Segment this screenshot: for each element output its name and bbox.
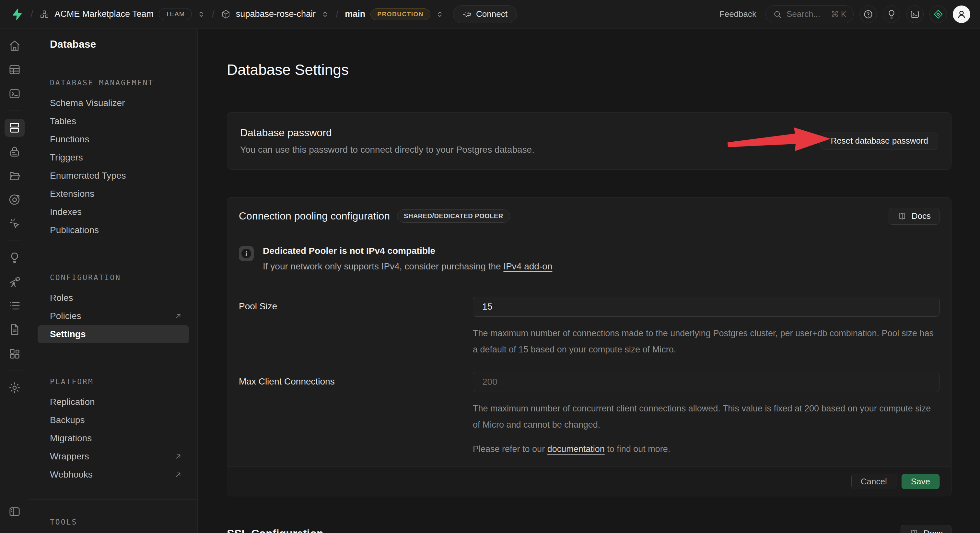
user-icon: [956, 9, 967, 20]
sidebar-item-policies[interactable]: Policies: [38, 307, 189, 325]
breadcrumb-org[interactable]: ACME Marketplace Team TEAM: [40, 8, 205, 20]
project-icon: [221, 10, 231, 19]
sidebar-item-settings[interactable]: Settings: [38, 325, 189, 343]
rail-item-logs[interactable]: [5, 297, 25, 315]
org-selector-icon[interactable]: [197, 10, 205, 19]
rail-item-storage[interactable]: [5, 167, 25, 185]
project-selector-icon[interactable]: [321, 10, 329, 19]
search-shortcut: ⌘ K: [831, 10, 846, 19]
sidebar-section-configuration: CONFIGURATIONRolesPoliciesSettings: [29, 255, 197, 359]
cancel-button[interactable]: Cancel: [851, 474, 896, 489]
documentation-note: Please refer to our documentation to fin…: [473, 442, 940, 466]
connect-button[interactable]: Connect: [453, 5, 517, 23]
api-docs-icon: [8, 323, 21, 336]
password-card-description: You can use this password to connect dir…: [240, 145, 535, 155]
sidebar-item-tables[interactable]: Tables: [38, 112, 189, 130]
supabase-logo-icon[interactable]: [10, 8, 24, 21]
rail-item-api-docs[interactable]: [5, 321, 25, 339]
sidebar-item-label: Functions: [50, 134, 89, 145]
rail-item-realtime[interactable]: [5, 215, 25, 233]
breadcrumb-branch[interactable]: main PRODUCTION: [345, 8, 444, 20]
rail-divider: [8, 110, 22, 111]
sidebar-item-schema-visualizer[interactable]: Schema Visualizer: [38, 94, 189, 112]
rail-item-project-settings[interactable]: [5, 379, 25, 397]
search-box[interactable]: ⌘ K: [765, 5, 854, 23]
reset-database-password-button[interactable]: Reset database password: [821, 132, 938, 150]
collapse-sidebar-button[interactable]: [5, 503, 25, 521]
sidebar-section-tools: TOOLS: [29, 499, 197, 533]
rail-item-integrations[interactable]: [5, 345, 25, 363]
ssl-section-title: SSL Configuration: [227, 527, 323, 533]
integrations-icon: [8, 347, 21, 360]
pool-size-helper: The maximum number of connections made t…: [473, 325, 940, 357]
ipv4-addon-link[interactable]: IPv4 add-on: [503, 261, 552, 271]
rail-divider: [8, 370, 22, 371]
connect-label: Connect: [476, 9, 508, 19]
sidebar-item-label: Roles: [50, 293, 73, 303]
sidebar-item-indexes[interactable]: Indexes: [38, 203, 189, 221]
home-icon: [8, 39, 21, 52]
assistant-button[interactable]: [929, 5, 947, 23]
sidebar-item-label: Tables: [50, 116, 76, 126]
sidebar-item-wrappers[interactable]: Wrappers: [38, 447, 189, 466]
rail-divider: [8, 241, 22, 241]
pooling-card-footer: Cancel Save: [227, 466, 951, 496]
sidebar-item-roles[interactable]: Roles: [38, 289, 189, 307]
advisors-icon: [8, 251, 21, 264]
help-icon: [863, 9, 873, 19]
database-password-card: Database password You can use this passw…: [227, 112, 951, 169]
sidebar-item-label: Triggers: [50, 152, 83, 163]
advisor-notifications-button[interactable]: [883, 5, 900, 23]
external-link-icon: [174, 452, 183, 461]
sidebar-item-backups[interactable]: Backups: [38, 411, 189, 429]
pool-size-label: Pool Size: [239, 297, 473, 357]
sidebar-item-enumerated-types[interactable]: Enumerated Types: [38, 167, 189, 185]
book-icon: [897, 211, 907, 221]
save-button[interactable]: Save: [902, 474, 940, 489]
help-button[interactable]: [859, 5, 877, 23]
breadcrumb-project[interactable]: supabase-rose-chair: [221, 9, 329, 19]
org-name: ACME Marketplace Team: [54, 9, 154, 19]
search-icon: [773, 10, 782, 19]
rail-item-database[interactable]: [5, 119, 25, 137]
sidebar-item-functions[interactable]: Functions: [38, 130, 189, 148]
pool-size-input[interactable]: [473, 297, 940, 317]
sidebar-item-migrations[interactable]: Migrations: [38, 429, 189, 447]
cli-terminal-button[interactable]: [906, 5, 924, 23]
rail-item-edge-functions[interactable]: [5, 191, 25, 209]
sidebar-section-platform: PLATFORMReplicationBackupsMigrationsWrap…: [29, 359, 197, 499]
sidebar-item-replication[interactable]: Replication: [38, 393, 189, 411]
max-client-connections-input[interactable]: [473, 372, 940, 392]
table-editor-icon: [8, 63, 21, 76]
rail-item-reports[interactable]: [5, 273, 25, 291]
rail-item-authentication[interactable]: [5, 143, 25, 161]
project-name: supabase-rose-chair: [236, 9, 316, 19]
password-card-title: Database password: [240, 127, 535, 139]
rail-item-advisors[interactable]: [5, 249, 25, 267]
annotation-arrow: [726, 123, 833, 155]
breadcrumb-separator: /: [30, 9, 34, 20]
sidebar-item-extensions[interactable]: Extensions: [38, 185, 189, 203]
rail-item-home[interactable]: [5, 37, 25, 55]
ssl-docs-button[interactable]: Docs: [900, 525, 951, 533]
user-avatar[interactable]: [953, 5, 970, 23]
branch-name: main: [345, 9, 365, 19]
plug-icon: [463, 10, 471, 19]
branch-selector-icon[interactable]: [436, 10, 444, 19]
reports-icon: [8, 275, 21, 288]
rail-item-table-editor[interactable]: [5, 61, 25, 79]
alert-title: Dedicated Pooler is not IPv4 compatible: [263, 245, 552, 257]
sidebar-section-label: DATABASE MANAGEMENT: [38, 78, 189, 87]
database-icon: [8, 121, 21, 134]
rail-item-sql-editor[interactable]: [5, 85, 25, 103]
feedback-button[interactable]: Feedback: [716, 9, 760, 19]
sidebar-item-triggers[interactable]: Triggers: [38, 148, 189, 167]
sidebar-item-publications[interactable]: Publications: [38, 221, 189, 239]
search-input[interactable]: [786, 9, 826, 19]
realtime-icon: [8, 217, 21, 230]
documentation-link[interactable]: documentation: [547, 444, 605, 454]
page-title: Database Settings: [227, 61, 951, 78]
sidebar-item-webhooks[interactable]: Webhooks: [38, 466, 189, 484]
pooling-docs-button[interactable]: Docs: [889, 208, 940, 225]
sidebar-item-label: Publications: [50, 225, 99, 235]
